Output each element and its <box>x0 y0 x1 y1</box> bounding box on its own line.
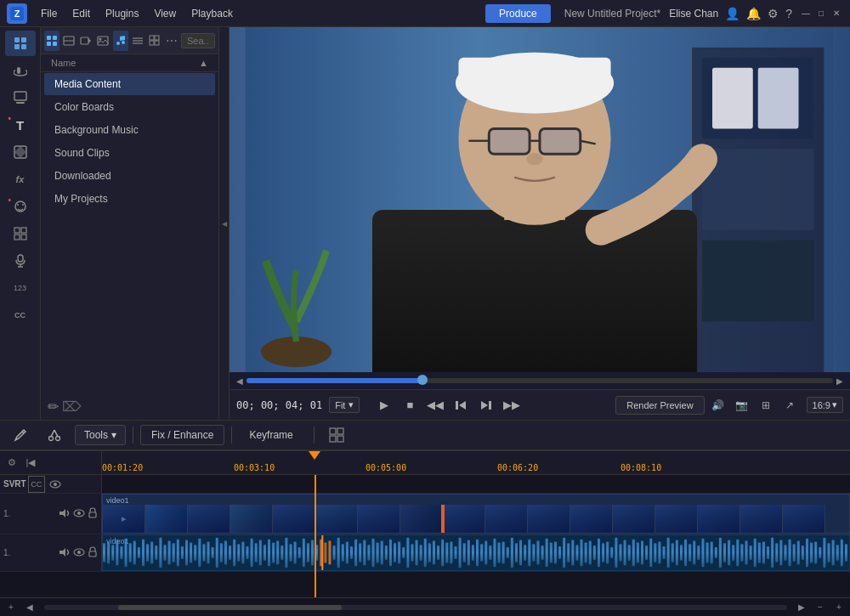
timeline-next-button[interactable]: ▶ <box>794 600 809 615</box>
search-input[interactable] <box>181 33 215 48</box>
edit-pen-button[interactable] <box>7 423 34 447</box>
sort-icon[interactable]: ▲ <box>199 58 208 68</box>
timeline-scroll-thumb[interactable] <box>118 605 341 610</box>
video-track-speaker-icon[interactable] <box>59 508 71 520</box>
svg-rect-168 <box>472 545 474 561</box>
svg-rect-13 <box>14 228 20 233</box>
tools-dropdown[interactable]: Tools ▾ <box>75 425 126 445</box>
preview-nav-left[interactable]: ◀ <box>236 376 243 386</box>
close-button[interactable]: ✕ <box>830 7 843 20</box>
menu-playback[interactable]: Playback <box>184 4 240 23</box>
produce-button[interactable]: Produce <box>485 4 551 23</box>
layout-button[interactable]: ⊞ <box>756 395 776 415</box>
media-tool-video[interactable] <box>78 31 94 51</box>
media-item-sound-clips[interactable]: Sound Clips <box>44 142 215 164</box>
preview-nav-right[interactable]: ▶ <box>836 376 843 386</box>
aspect-ratio-selector[interactable]: 16:9 ▾ <box>807 397 843 413</box>
playhead-marker[interactable] <box>309 451 320 460</box>
svg-rect-99 <box>173 543 175 562</box>
playback-prev-frame-button[interactable]: ◀◀ <box>424 394 446 416</box>
panel-collapse-button[interactable]: ◀ <box>219 27 230 420</box>
grid-view-button[interactable] <box>325 423 348 447</box>
help-icon[interactable]: ? <box>785 7 792 20</box>
svg-rect-148 <box>385 545 388 560</box>
media-item-downloaded[interactable]: Downloaded <box>44 165 215 187</box>
timeline-prev-button[interactable]: ◀ <box>22 600 37 615</box>
render-preview-button[interactable]: Render Preview <box>615 396 704 415</box>
preview-progress-thumb[interactable] <box>417 375 428 385</box>
timeline-add-track-button[interactable]: + <box>3 600 19 615</box>
user-icon[interactable]: 👤 <box>725 7 740 20</box>
svg-rect-125 <box>285 538 287 568</box>
fit-dropdown[interactable]: Fit ▾ <box>329 397 360 413</box>
svrt-caption-toggle[interactable]: CC <box>28 476 45 493</box>
playback-step-fwd-button[interactable] <box>475 394 497 416</box>
playback-play-button[interactable]: ▶ <box>373 394 395 416</box>
timeline-settings-button[interactable]: ⚙ <box>3 455 20 472</box>
svg-point-77 <box>77 511 81 515</box>
tool-video-effects[interactable] <box>5 85 36 110</box>
video-track-lock-icon[interactable] <box>88 507 98 520</box>
tool-effects[interactable]: fx <box>5 167 36 192</box>
tool-text[interactable]: T <box>5 112 36 138</box>
timeline-zoom-in-button[interactable]: + <box>831 600 847 615</box>
menu-file[interactable]: File <box>34 4 64 23</box>
audio-toggle-button[interactable]: 🔊 <box>708 395 728 415</box>
svg-rect-182 <box>532 544 535 562</box>
fix-enhance-button[interactable]: Fix / Enhance <box>140 425 224 445</box>
svg-rect-181 <box>528 540 530 567</box>
settings-icon[interactable]: ⚙ <box>768 7 779 20</box>
snapshot-button[interactable]: 📷 <box>732 395 752 415</box>
video-track-eye-icon[interactable] <box>73 509 85 519</box>
playback-step-back-button[interactable] <box>450 394 472 416</box>
playback-next-frame-button[interactable]: ▶▶ <box>501 394 523 416</box>
tool-mask[interactable] <box>5 139 36 165</box>
audio-track-speaker-icon[interactable] <box>59 547 71 559</box>
tool-grid[interactable] <box>5 221 36 246</box>
media-tool-import[interactable] <box>44 31 60 51</box>
media-item-background-music[interactable]: Background Music <box>44 119 215 141</box>
remove-media-button[interactable]: ⌦ <box>62 398 82 415</box>
svg-rect-127 <box>294 541 297 563</box>
aspect-ratio-chevron-icon: ▾ <box>832 399 837 410</box>
media-tool-music[interactable] <box>113 31 128 51</box>
media-item-my-projects[interactable]: My Projects <box>44 188 215 210</box>
menu-view[interactable]: View <box>147 4 183 23</box>
timeline-skip-start-button[interactable]: |◀ <box>22 455 39 472</box>
tool-mic[interactable] <box>5 248 36 274</box>
cut-button[interactable] <box>41 423 68 447</box>
video-thumb-15 <box>698 505 740 533</box>
menu-edit[interactable]: Edit <box>65 4 97 23</box>
maximize-button[interactable]: □ <box>814 7 828 20</box>
media-tool-list[interactable] <box>130 31 145 51</box>
notification-icon[interactable]: 🔔 <box>746 7 761 20</box>
svg-rect-155 <box>416 540 418 566</box>
svg-rect-15 <box>14 235 20 240</box>
media-item-color-boards[interactable]: Color Boards <box>44 96 215 118</box>
media-item-media-content[interactable]: Media Content <box>44 73 215 95</box>
keyframe-button[interactable]: Keyframe <box>239 426 303 444</box>
audio-track-lock-icon[interactable] <box>88 546 98 559</box>
svg-rect-121 <box>268 540 270 567</box>
tool-numbers[interactable]: 123 <box>5 275 36 301</box>
media-tool-more[interactable]: ⋯ <box>164 31 179 51</box>
media-tool-audio-track[interactable] <box>61 31 76 51</box>
media-tool-image[interactable] <box>95 31 110 51</box>
tool-stickers[interactable] <box>5 194 36 219</box>
svg-rect-95 <box>155 545 157 560</box>
timeline-scroll-track[interactable] <box>44 605 787 610</box>
svg-rect-246 <box>810 542 813 562</box>
playback-stop-button[interactable]: ■ <box>399 394 421 416</box>
media-tool-grid-view[interactable] <box>147 31 162 51</box>
add-media-button[interactable]: ✏ <box>48 398 59 415</box>
tool-captions[interactable]: CC <box>5 302 36 328</box>
preview-progress-bar[interactable] <box>246 378 833 383</box>
timeline-zoom-out-button[interactable]: − <box>813 600 828 615</box>
audio-track-eye-icon[interactable] <box>73 548 85 558</box>
minimize-button[interactable]: — <box>799 7 813 20</box>
svrt-eye-icon[interactable] <box>47 476 64 493</box>
tool-audio[interactable] <box>5 58 36 83</box>
export-button[interactable]: ↗ <box>779 395 800 415</box>
tool-media-import[interactable] <box>5 31 36 56</box>
menu-plugins[interactable]: Plugins <box>99 4 145 23</box>
